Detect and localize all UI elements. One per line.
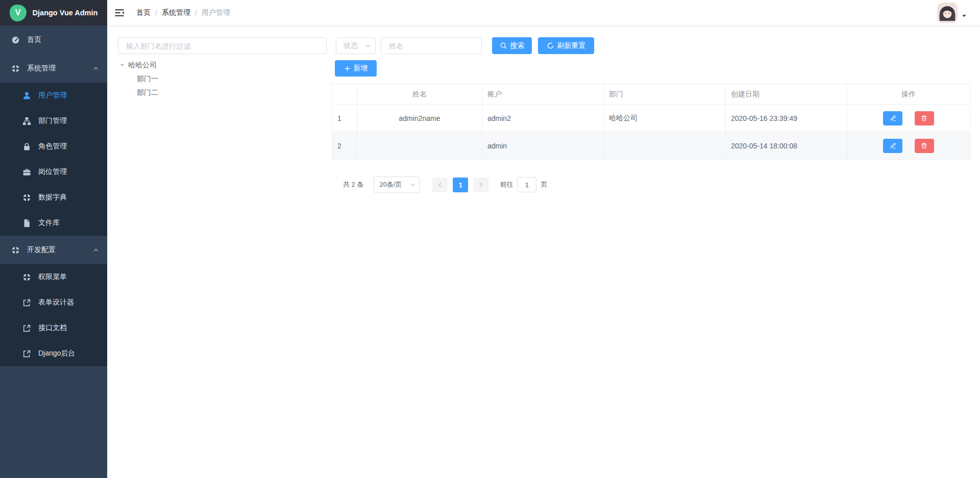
- settings-ring-icon: [22, 193, 31, 202]
- refresh-icon: [547, 42, 554, 49]
- settings-ring-icon: [11, 64, 20, 73]
- sidebar-section-system[interactable]: 系统管理: [0, 54, 107, 83]
- jumper-suffix-label: 页: [541, 180, 547, 189]
- external-link-icon: [22, 349, 31, 358]
- delete-button[interactable]: [915, 111, 934, 125]
- pencil-icon: [890, 115, 896, 121]
- sidebar-item-label: 部门管理: [38, 116, 67, 125]
- edit-button[interactable]: [883, 139, 902, 153]
- sidebar-item-permission-menu[interactable]: 权限菜单: [0, 264, 107, 290]
- sidebar-item-dictionary[interactable]: 数据字典: [0, 185, 107, 210]
- refresh-reset-button[interactable]: 刷新重置: [538, 37, 594, 54]
- delete-button[interactable]: [915, 139, 934, 153]
- sidebar-item-users[interactable]: 用户管理: [0, 83, 107, 108]
- tree-node-child[interactable]: 部门二: [118, 86, 322, 99]
- cell-name: [357, 132, 482, 160]
- user-menu[interactable]: [937, 3, 967, 23]
- sidebar-item-django-admin[interactable]: Django后台: [0, 341, 107, 366]
- tree-node-child[interactable]: 部门一: [118, 72, 322, 86]
- chevron-down-icon: [410, 182, 416, 188]
- status-select-placeholder: 状态: [344, 41, 358, 51]
- sidebar-toggle-icon[interactable]: [114, 8, 125, 18]
- sidebar-item-label: 角色管理: [38, 142, 67, 151]
- cell-account: admin: [482, 132, 604, 160]
- app-logo[interactable]: V Django Vue Admin: [0, 0, 107, 26]
- sidebar-item-label: 表单设计器: [38, 298, 74, 307]
- sidebar-menu: 首页 系统管理 用户管理 部门管理 角色管理: [0, 26, 107, 478]
- sidebar-submenu-system: 用户管理 部门管理 角色管理 岗位管理 数据字典: [0, 83, 107, 236]
- settings-ring-icon: [11, 246, 20, 255]
- prev-page-button[interactable]: [432, 178, 448, 192]
- sidebar-item-roles[interactable]: 角色管理: [0, 134, 107, 159]
- cell-name: admin2name: [357, 105, 482, 132]
- breadcrumb-separator: /: [195, 9, 197, 17]
- search-icon: [500, 42, 507, 49]
- tree-node-label: 部门二: [137, 88, 158, 97]
- caret-down-icon: [962, 13, 967, 18]
- page-size-select[interactable]: 20条/页: [374, 177, 420, 193]
- name-filter-input[interactable]: [381, 37, 482, 54]
- page-number-button[interactable]: 1: [453, 178, 468, 192]
- cell-account: admin2: [482, 105, 604, 132]
- sidebar-section-devconfig[interactable]: 开发配置: [0, 236, 107, 264]
- next-page-button[interactable]: [473, 178, 488, 192]
- sidebar-item-departments[interactable]: 部门管理: [0, 108, 107, 134]
- tree-node-label: 部门一: [137, 74, 158, 84]
- breadcrumb-separator: /: [155, 9, 157, 17]
- sidebar-item-home[interactable]: 首页: [0, 26, 107, 54]
- sidebar-submenu-devconfig: 权限菜单 表单设计器 接口文档 Django后台: [0, 264, 107, 366]
- external-link-icon: [22, 324, 31, 333]
- sidebar-item-files[interactable]: 文件库: [0, 210, 107, 236]
- breadcrumb-current: 用户管理: [202, 8, 230, 17]
- department-tree: 哈哈公司 部门一 部门二: [118, 58, 322, 99]
- sidebar-item-positions[interactable]: 岗位管理: [0, 159, 107, 185]
- caret-down-icon[interactable]: [120, 63, 125, 67]
- users-table: 姓名 账户 部门 创建日期 操作 1 admin2name admin2 哈哈公: [332, 84, 970, 160]
- col-header-dept: 部门: [604, 84, 726, 105]
- jumper-input[interactable]: [517, 177, 536, 192]
- app-title: Django Vue Admin: [33, 9, 98, 17]
- page-size-value: 20条/页: [379, 180, 402, 189]
- department-filter-input[interactable]: [118, 37, 327, 54]
- external-link-icon: [22, 298, 31, 307]
- col-header-actions: 操作: [847, 84, 970, 105]
- settings-ring-icon: [22, 273, 31, 282]
- edit-button[interactable]: [883, 111, 902, 125]
- dashboard-icon: [11, 36, 20, 44]
- col-header-name: 姓名: [357, 84, 482, 105]
- sidebar-item-label: 接口文档: [38, 323, 67, 333]
- tree-node-root[interactable]: 哈哈公司: [118, 58, 322, 72]
- add-button[interactable]: 新增: [335, 60, 377, 77]
- sidebar-item-api-docs[interactable]: 接口文档: [0, 315, 107, 341]
- content-area: 状态 搜索 刷新重置 哈哈公司 部门一: [107, 26, 980, 478]
- breadcrumb: 首页 / 系统管理 / 用户管理: [136, 8, 230, 17]
- breadcrumb-home[interactable]: 首页: [136, 8, 151, 17]
- org-tree-icon: [22, 117, 31, 125]
- avatar: [937, 3, 958, 23]
- table-row: 2 admin 2020-05-14 18:00:08: [332, 132, 970, 160]
- status-select[interactable]: 状态: [336, 37, 376, 54]
- main-area: 首页 / 系统管理 / 用户管理 状态: [107, 0, 980, 478]
- sidebar-item-label: 文件库: [38, 218, 60, 228]
- cell-index: 2: [332, 132, 357, 160]
- chevron-down-icon: [365, 43, 371, 49]
- sidebar: V Django Vue Admin 首页 系统管理 用户管理 部门: [0, 0, 107, 478]
- trash-icon: [921, 115, 927, 121]
- cell-created: 2020-05-16 23:39:49: [726, 105, 847, 132]
- search-button-label: 搜索: [510, 41, 525, 51]
- search-button[interactable]: 搜索: [492, 37, 532, 54]
- chevron-left-icon: [437, 182, 443, 188]
- pencil-icon: [890, 142, 896, 149]
- tree-node-label: 哈哈公司: [128, 61, 157, 70]
- col-header-index: [332, 84, 357, 105]
- jumper-prefix-label: 前往: [500, 180, 513, 189]
- user-icon: [22, 91, 31, 100]
- sidebar-item-form-designer[interactable]: 表单设计器: [0, 290, 107, 315]
- cell-actions: [847, 105, 970, 132]
- users-table-wrap: 姓名 账户 部门 创建日期 操作 1 admin2name admin2 哈哈公: [332, 84, 970, 160]
- sidebar-section-label: 开发配置: [27, 245, 56, 255]
- breadcrumb-system[interactable]: 系统管理: [162, 8, 190, 17]
- chevron-up-icon: [93, 65, 99, 71]
- chevron-up-icon: [93, 247, 99, 253]
- page-jumper: 前往 页: [500, 177, 547, 192]
